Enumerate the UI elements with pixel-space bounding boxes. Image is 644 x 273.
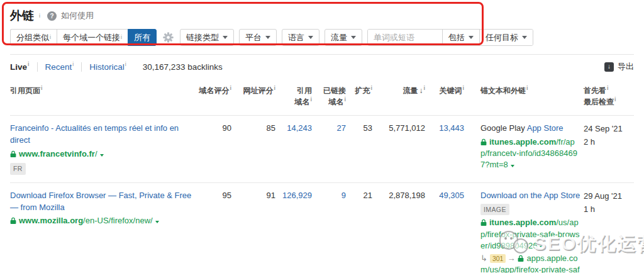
group-similar-label: 分组类似 <box>16 32 49 43</box>
redirect-path: /us/app/firefox-private-safe-browser/id9… <box>480 265 580 273</box>
traffic-dropdown[interactable]: 流量 <box>325 29 362 46</box>
table-row: Franceinfo - Actualités en temps réel et… <box>10 115 634 182</box>
tab-recent-label: Recent <box>45 62 72 72</box>
traffic-value: 5,771,012 <box>375 123 425 175</box>
backlinks-table: 引用页面i 域名评分i 网址评分i 引用域名i 已链接域名i 扩充i 流量↓i … <box>0 79 644 273</box>
any-target-label: 任何目标 <box>486 32 518 43</box>
question-glyph: ? <box>50 13 53 20</box>
url-rating-value: 85 <box>234 123 275 175</box>
tab-live-label: Live <box>10 62 27 72</box>
any-target-dropdown[interactable]: 任何目标 <box>479 30 533 45</box>
last-check-value: 2 h <box>584 136 634 149</box>
col-linked-domains[interactable]: 已链接域名i <box>314 85 346 108</box>
table-header-row: 引用页面i 域名评分i 网址评分i 引用域名i 已链接域名i 扩充i 流量↓i … <box>10 79 634 115</box>
chevron-down-icon <box>308 36 313 39</box>
keyword-filter-group: 包括 任何目标 <box>367 29 533 46</box>
language-badge: FR <box>10 163 26 174</box>
anchor-prefix-text: Google Play <box>480 123 527 133</box>
referring-domains-link[interactable]: 126,929 <box>278 190 312 273</box>
page-title: 外链 <box>10 8 34 24</box>
referring-page-domain: www.francetvinfo.fr <box>19 149 95 159</box>
backlinks-report-page: 外链 i ? 如何使用 分组类似i 每个域一个链接i 所有 <box>0 0 644 273</box>
redirect-branch-icon: ↳ <box>480 254 487 263</box>
info-mark: i <box>28 61 30 67</box>
filter-toolbar: 分组类似i 每个域一个链接i 所有 链接类型 平台 语言 <box>10 29 634 46</box>
link-type-label: 链接类型 <box>186 32 219 43</box>
anchor-backlink-cell: Google Play App Store itunes.apple.com/f… <box>467 123 581 175</box>
keywords-link[interactable]: 13,443 <box>428 123 464 175</box>
tab-live[interactable]: Livei <box>10 62 30 72</box>
redirect-arrow-icon: → <box>507 254 515 263</box>
chevron-down-icon <box>522 36 527 39</box>
chevron-down-icon <box>351 36 356 39</box>
url-rating-value: 91 <box>234 190 275 273</box>
col-traffic-sorted[interactable]: 流量↓i <box>375 85 425 108</box>
keywords-link[interactable]: 49,305 <box>428 190 464 273</box>
lock-icon <box>10 149 16 160</box>
external-links-value: 21 <box>348 190 372 273</box>
report-header: 外链 i ? 如何使用 分组类似i 每个域一个链接i 所有 <box>0 0 644 55</box>
language-label: 语言 <box>288 32 304 43</box>
url-options-caret[interactable] <box>511 165 514 167</box>
platform-label: 平台 <box>245 32 262 43</box>
col-url-rating[interactable]: 网址评分i <box>234 85 275 108</box>
traffic-label: 流量 <box>331 32 347 43</box>
referring-page-path: / <box>95 149 97 159</box>
include-dropdown[interactable]: 包括 <box>442 30 479 45</box>
col-keywords[interactable]: 关键词i <box>428 85 464 108</box>
dates-cell: 24 Sep '21 2 h <box>584 123 634 175</box>
first-seen-date: 29 Aug '21 <box>584 190 634 203</box>
include-label: 包括 <box>448 32 465 43</box>
grouping-button-group: 分组类似i 每个域一个链接i 所有 <box>10 29 157 46</box>
help-icon[interactable]: ? <box>47 11 57 21</box>
col-referring-page: 引用页面i <box>10 85 192 108</box>
export-button[interactable]: ↓ 导出 <box>604 61 634 72</box>
one-link-per-domain-button[interactable]: 每个域一个链接i <box>57 29 128 46</box>
settings-gear-icon[interactable] <box>163 32 174 43</box>
mode-tabs-row: Livei Recenti Historicali 30,167,233 bac… <box>0 55 644 79</box>
export-file-icon: ↓ <box>604 62 614 72</box>
table-row: Download Firefox Browser — Fast, Private… <box>10 182 634 273</box>
col-referring-domains[interactable]: 引用域名i <box>278 85 312 108</box>
language-dropdown[interactable]: 语言 <box>282 29 319 46</box>
chevron-down-icon <box>265 36 270 39</box>
chevron-down-icon <box>223 36 228 39</box>
export-label: 导出 <box>618 61 634 72</box>
platform-dropdown[interactable]: 平台 <box>239 29 277 46</box>
anchor-link[interactable]: Download on the App Store <box>480 191 580 200</box>
tab-historical[interactable]: Historicali <box>89 62 126 72</box>
lock-icon <box>10 216 16 227</box>
tab-historical-label: Historical <box>89 62 125 72</box>
traffic-value: 2,878,198 <box>375 190 425 273</box>
search-input[interactable] <box>368 30 442 45</box>
url-options-caret[interactable] <box>100 154 104 157</box>
lock-icon <box>480 137 487 148</box>
referring-domains-link[interactable]: 14,243 <box>278 123 312 175</box>
domain-rating-value: 95 <box>195 190 231 273</box>
tab-separator <box>81 62 82 72</box>
how-to-use-link[interactable]: 如何使用 <box>61 10 94 21</box>
url-options-caret[interactable] <box>540 246 543 248</box>
referring-page-domain: www.mozilla.org <box>19 216 83 225</box>
info-mark: i <box>72 61 74 67</box>
chevron-down-icon <box>469 36 474 39</box>
referring-page-title-link[interactable]: Download Firefox Browser — Fast, Private… <box>10 190 192 214</box>
col-domain-rating[interactable]: 域名评分i <box>195 85 231 108</box>
info-mark: i <box>50 35 51 40</box>
referring-page-cell: Franceinfo - Actualités en temps réel et… <box>10 123 192 175</box>
tab-recent[interactable]: Recenti <box>45 62 74 72</box>
link-type-dropdown[interactable]: 链接类型 <box>180 29 234 46</box>
group-similar-button[interactable]: 分组类似i <box>10 29 57 46</box>
anchor-backlink-cell: Download on the App Store IMAGE itunes.a… <box>467 190 581 273</box>
domain-rating-value: 90 <box>195 123 231 175</box>
last-check-value: 1 h <box>584 203 634 216</box>
anchor-link[interactable]: App Store <box>527 123 564 133</box>
redirect-status-badge: 301 <box>490 254 506 263</box>
linked-domains-link[interactable]: 27 <box>314 123 346 175</box>
down-arrow-glyph: ↓ <box>608 64 611 70</box>
col-external[interactable]: 扩充i <box>348 85 372 108</box>
linked-domains-link[interactable]: 9 <box>314 190 346 273</box>
all-links-button[interactable]: 所有 <box>128 29 157 46</box>
url-options-caret[interactable] <box>155 221 159 223</box>
referring-page-title-link[interactable]: Franceinfo - Actualités en temps réel et… <box>10 123 192 147</box>
